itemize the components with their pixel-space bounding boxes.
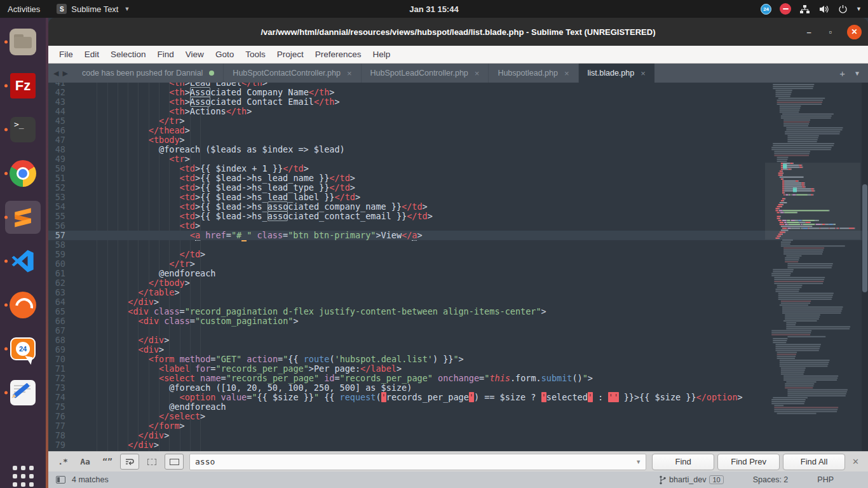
menu-selection[interactable]: Selection: [105, 46, 152, 63]
line-number: 64: [48, 297, 76, 307]
code-line-42: 42 <th>Associated Company Name</th>: [48, 88, 868, 97]
clock[interactable]: Jan 31 15:44: [409, 4, 458, 14]
menu-file[interactable]: File: [53, 46, 79, 63]
dock-item-chat24[interactable]: 24: [5, 332, 41, 365]
line-number: 62: [48, 278, 76, 288]
code-line-43: 43 <th>Associated Contact Email</th>: [48, 97, 868, 107]
line-number: 78: [48, 431, 76, 440]
history-dropdown-icon[interactable]: ▼: [635, 459, 641, 465]
tab-close-icon[interactable]: ×: [475, 69, 480, 78]
dock-item-gedit[interactable]: [5, 376, 41, 409]
line-number: 61: [48, 269, 76, 278]
tab-list-icon[interactable]: ▼: [854, 70, 860, 77]
line-number: 52: [48, 183, 76, 193]
toggle-whole-word[interactable]: “”: [98, 454, 117, 470]
dock-item-filezilla[interactable]: Fz: [5, 69, 41, 102]
maximize-button[interactable]: ▫: [825, 27, 836, 37]
tab-label: HubSpotLeadController.php: [370, 69, 468, 78]
code-line-77: 77 </form>: [48, 421, 868, 431]
minimize-button[interactable]: –: [804, 27, 814, 37]
menu-preferences[interactable]: Preferences: [309, 46, 367, 63]
scrollbar-thumb[interactable]: [862, 184, 867, 292]
window-title: /var/www/html/dannial/resources/views/hu…: [261, 27, 656, 37]
code-line-57: 57 <a href="# " class="btn btn-primary">…: [48, 231, 868, 240]
tab-scroll-left-icon[interactable]: ◀: [53, 69, 58, 78]
toggle-case-sensitive[interactable]: Aa: [76, 454, 95, 470]
chevron-down-icon: ▼: [124, 6, 130, 12]
activities-button[interactable]: Activities: [8, 4, 40, 14]
tab-code-has-been-pushed-for-dannial[interactable]: code has been pushed for Dannial: [73, 64, 224, 83]
dock-item-terminal[interactable]: >_: [5, 113, 41, 146]
title-bar[interactable]: /var/www/html/dannial/resources/views/hu…: [48, 18, 868, 46]
menu-view[interactable]: View: [180, 46, 210, 63]
volume-icon[interactable]: [818, 4, 830, 14]
network-icon[interactable]: [799, 4, 810, 14]
power-icon[interactable]: [838, 4, 848, 14]
scrollbar-track[interactable]: [862, 83, 868, 451]
find-bar: .* Aa “” ▼ Find Find Prev Find All ✕: [48, 451, 868, 471]
line-number: 60: [48, 259, 76, 269]
tab-close-icon[interactable]: ×: [564, 69, 569, 78]
line-number: 73: [48, 383, 76, 393]
dock-item-files[interactable]: [5, 25, 41, 58]
toggle-regex[interactable]: .*: [53, 454, 72, 470]
menu-goto[interactable]: Goto: [210, 46, 240, 63]
menu-help[interactable]: Help: [367, 46, 397, 63]
line-number: 59: [48, 250, 76, 259]
do-not-disturb-icon[interactable]: [780, 3, 791, 15]
dock-item-chrome[interactable]: [5, 157, 41, 190]
find-button[interactable]: Find: [652, 454, 714, 470]
tab-list-blade-php[interactable]: list.blade.php×: [579, 64, 654, 83]
new-tab-icon[interactable]: +: [839, 68, 845, 79]
code-line-66: 66 <div class="custom_pagination">: [48, 316, 868, 326]
toggle-in-selection[interactable]: [142, 454, 161, 470]
code-line-70: 70 <form method="GET" action="{{ route('…: [48, 355, 868, 364]
branch-name: bharti_dev: [669, 475, 706, 484]
line-number: 42: [48, 88, 76, 97]
code-line-49: 49 <tr>: [48, 154, 868, 164]
dock-item-vscode[interactable]: [5, 245, 41, 278]
chevron-down-icon[interactable]: ▼: [856, 6, 862, 12]
git-branch[interactable]: bharti_dev 10: [659, 475, 724, 485]
branch-count: 10: [709, 475, 723, 484]
find-prev-button[interactable]: Find Prev: [717, 454, 780, 470]
code-line-61: 61 @endforeach: [48, 269, 868, 278]
line-number: 57: [48, 231, 76, 240]
menu-edit[interactable]: Edit: [79, 46, 105, 63]
tab-hubspotlead-php[interactable]: Hubspotlead.php×: [489, 64, 578, 83]
tab-hubspotcontactcontroller-php[interactable]: HubSpotContactController.php×: [224, 64, 361, 83]
tab-label: code has been pushed for Dannial: [82, 69, 203, 78]
menu-find[interactable]: Find: [152, 46, 180, 63]
indent-setting[interactable]: Spaces: 2: [753, 475, 789, 484]
tab-close-icon[interactable]: ×: [641, 69, 646, 78]
find-all-button[interactable]: Find All: [783, 454, 845, 470]
status-bar: 4 matches bharti_dev 10 Spaces: 2 PHP: [48, 471, 868, 488]
code-line-53: 53 <td>{{ $lead->hs_lead_label }}</td>: [48, 193, 868, 202]
sublime-window: /var/www/html/dannial/resources/views/hu…: [48, 18, 868, 488]
line-number: 75: [48, 402, 76, 412]
menu-tools[interactable]: Tools: [240, 46, 271, 63]
code-line-69: 69 <div>: [48, 345, 868, 355]
tab-scroll-right-icon[interactable]: ▶: [62, 69, 67, 78]
dock-item-app-grid[interactable]: [5, 451, 41, 484]
dock-item-postman[interactable]: [5, 288, 41, 322]
code-line-67: 67: [48, 326, 868, 336]
panel-toggle-icon[interactable]: [56, 476, 65, 484]
find-close-icon[interactable]: ✕: [848, 457, 863, 466]
tab-close-icon[interactable]: ×: [347, 69, 352, 78]
dock-item-sublime-text[interactable]: [5, 201, 41, 234]
tray-badge-icon[interactable]: 24: [761, 4, 771, 15]
line-number: 72: [48, 374, 76, 383]
menu-project[interactable]: Project: [271, 46, 309, 63]
minimap[interactable]: [765, 83, 860, 426]
toggle-highlight-matches[interactable]: [165, 454, 184, 470]
tab-hubspotleadcontroller-php[interactable]: HubSpotLeadController.php×: [362, 64, 489, 83]
find-input[interactable]: [190, 457, 646, 466]
syntax-setting[interactable]: PHP: [817, 475, 834, 484]
sublime-mini-icon: S: [57, 4, 67, 14]
code-editor[interactable]: 41 <th>Lead Label</th>42 <th>Associated …: [48, 83, 868, 451]
app-indicator[interactable]: S Sublime Text ▼: [57, 4, 130, 14]
toggle-wrap[interactable]: [120, 454, 139, 470]
close-button[interactable]: ✕: [847, 25, 862, 39]
tab-bar: ◀ ▶ code has been pushed for DannialHubS…: [48, 64, 868, 83]
